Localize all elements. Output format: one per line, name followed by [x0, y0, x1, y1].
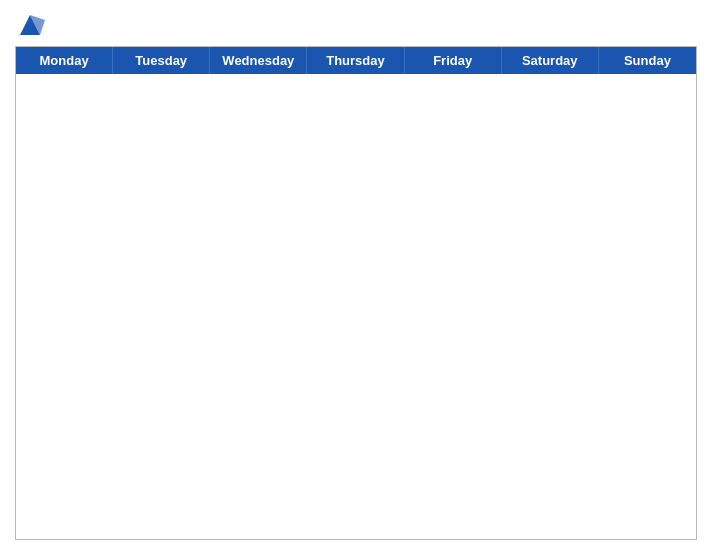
day-header-friday: Friday	[405, 47, 502, 74]
header	[15, 10, 697, 40]
logo	[15, 10, 49, 40]
day-header-sunday: Sunday	[599, 47, 696, 74]
weeks-container	[16, 74, 696, 539]
calendar-page: MondayTuesdayWednesdayThursdayFridaySatu…	[0, 0, 712, 550]
day-header-thursday: Thursday	[307, 47, 404, 74]
calendar-grid: MondayTuesdayWednesdayThursdayFridaySatu…	[15, 46, 697, 540]
day-header-monday: Monday	[16, 47, 113, 74]
day-header-wednesday: Wednesday	[210, 47, 307, 74]
days-header: MondayTuesdayWednesdayThursdayFridaySatu…	[16, 47, 696, 74]
calendar-title	[49, 10, 637, 12]
logo-icon	[15, 10, 45, 40]
country-label	[637, 10, 697, 14]
day-header-saturday: Saturday	[502, 47, 599, 74]
day-header-tuesday: Tuesday	[113, 47, 210, 74]
